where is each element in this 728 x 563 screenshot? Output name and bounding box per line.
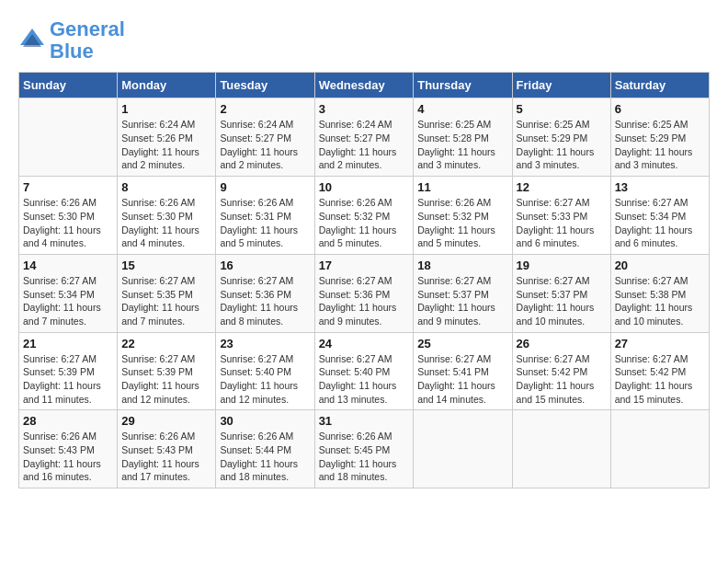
calendar-cell: 17Sunrise: 6:27 AM Sunset: 5:36 PM Dayli… [314, 254, 414, 332]
day-info: Sunrise: 6:27 AM Sunset: 5:41 PM Dayligh… [417, 352, 507, 407]
logo: General Blue [18, 18, 125, 63]
day-info: Sunrise: 6:27 AM Sunset: 5:42 PM Dayligh… [615, 352, 705, 407]
day-info: Sunrise: 6:25 AM Sunset: 5:29 PM Dayligh… [615, 118, 705, 172]
day-number: 25 [417, 337, 507, 350]
calendar-cell [19, 98, 118, 177]
day-number: 7 [23, 180, 113, 194]
day-info: Sunrise: 6:24 AM Sunset: 5:26 PM Dayligh… [121, 118, 211, 172]
day-number: 1 [121, 102, 211, 116]
day-number: 2 [220, 102, 310, 116]
calendar-cell: 21Sunrise: 6:27 AM Sunset: 5:39 PM Dayli… [19, 332, 118, 410]
day-number: 31 [319, 414, 410, 428]
calendar-week-row: 1Sunrise: 6:24 AM Sunset: 5:26 PM Daylig… [19, 98, 710, 177]
calendar-cell [512, 410, 610, 488]
calendar-cell: 30Sunrise: 6:26 AM Sunset: 5:44 PM Dayli… [216, 410, 314, 488]
day-number: 12 [517, 180, 607, 194]
day-number: 27 [615, 337, 705, 350]
day-number: 6 [615, 102, 705, 116]
weekday-header: Monday [118, 73, 216, 98]
logo-text: General Blue [50, 18, 125, 63]
calendar-cell: 28Sunrise: 6:26 AM Sunset: 5:43 PM Dayli… [19, 410, 118, 488]
weekday-header: Thursday [414, 73, 512, 98]
calendar-cell: 13Sunrise: 6:27 AM Sunset: 5:34 PM Dayli… [610, 177, 709, 255]
calendar-body: 1Sunrise: 6:24 AM Sunset: 5:26 PM Daylig… [19, 98, 710, 488]
calendar-cell: 20Sunrise: 6:27 AM Sunset: 5:38 PM Dayli… [610, 254, 709, 332]
day-number: 11 [417, 180, 507, 194]
day-info: Sunrise: 6:27 AM Sunset: 5:42 PM Dayligh… [517, 352, 607, 407]
day-info: Sunrise: 6:27 AM Sunset: 5:36 PM Dayligh… [319, 274, 410, 328]
calendar-cell: 11Sunrise: 6:26 AM Sunset: 5:32 PM Dayli… [414, 177, 512, 255]
calendar-cell: 10Sunrise: 6:26 AM Sunset: 5:32 PM Dayli… [314, 177, 414, 255]
day-info: Sunrise: 6:24 AM Sunset: 5:27 PM Dayligh… [220, 118, 310, 172]
day-number: 26 [517, 337, 607, 350]
day-info: Sunrise: 6:26 AM Sunset: 5:32 PM Dayligh… [319, 196, 410, 250]
day-info: Sunrise: 6:26 AM Sunset: 5:45 PM Dayligh… [319, 430, 410, 484]
day-info: Sunrise: 6:27 AM Sunset: 5:39 PM Dayligh… [23, 352, 113, 407]
day-info: Sunrise: 6:26 AM Sunset: 5:30 PM Dayligh… [121, 196, 211, 250]
day-info: Sunrise: 6:27 AM Sunset: 5:34 PM Dayligh… [615, 196, 705, 250]
day-number: 22 [121, 337, 211, 350]
calendar-cell: 22Sunrise: 6:27 AM Sunset: 5:39 PM Dayli… [118, 332, 216, 410]
calendar-cell: 9Sunrise: 6:26 AM Sunset: 5:31 PM Daylig… [216, 177, 314, 255]
calendar-cell: 27Sunrise: 6:27 AM Sunset: 5:42 PM Dayli… [610, 332, 709, 410]
day-number: 28 [23, 414, 113, 428]
day-number: 21 [23, 337, 113, 350]
calendar-cell: 16Sunrise: 6:27 AM Sunset: 5:36 PM Dayli… [216, 254, 314, 332]
day-number: 24 [319, 337, 410, 350]
calendar-week-row: 28Sunrise: 6:26 AM Sunset: 5:43 PM Dayli… [19, 410, 710, 488]
calendar-cell: 1Sunrise: 6:24 AM Sunset: 5:26 PM Daylig… [118, 98, 216, 177]
logo-icon [18, 27, 46, 54]
calendar-cell: 19Sunrise: 6:27 AM Sunset: 5:37 PM Dayli… [512, 254, 610, 332]
day-number: 17 [319, 259, 410, 272]
day-info: Sunrise: 6:26 AM Sunset: 5:43 PM Dayligh… [121, 430, 211, 484]
day-info: Sunrise: 6:27 AM Sunset: 5:37 PM Dayligh… [417, 274, 507, 328]
day-number: 5 [517, 102, 607, 116]
calendar-cell: 15Sunrise: 6:27 AM Sunset: 5:35 PM Dayli… [118, 254, 216, 332]
day-number: 13 [615, 180, 705, 194]
calendar-week-row: 7Sunrise: 6:26 AM Sunset: 5:30 PM Daylig… [19, 177, 710, 255]
calendar-cell: 4Sunrise: 6:25 AM Sunset: 5:28 PM Daylig… [414, 98, 512, 177]
calendar-cell: 14Sunrise: 6:27 AM Sunset: 5:34 PM Dayli… [19, 254, 118, 332]
weekday-header: Saturday [610, 73, 709, 98]
calendar-cell: 26Sunrise: 6:27 AM Sunset: 5:42 PM Dayli… [512, 332, 610, 410]
calendar-table: SundayMondayTuesdayWednesdayThursdayFrid… [18, 72, 710, 488]
day-info: Sunrise: 6:25 AM Sunset: 5:29 PM Dayligh… [517, 118, 607, 172]
day-info: Sunrise: 6:27 AM Sunset: 5:37 PM Dayligh… [517, 274, 607, 328]
calendar-week-row: 21Sunrise: 6:27 AM Sunset: 5:39 PM Dayli… [19, 332, 710, 410]
day-number: 19 [517, 259, 607, 272]
calendar-cell: 24Sunrise: 6:27 AM Sunset: 5:40 PM Dayli… [314, 332, 414, 410]
day-info: Sunrise: 6:27 AM Sunset: 5:40 PM Dayligh… [319, 352, 410, 407]
day-number: 3 [319, 102, 410, 116]
day-number: 20 [615, 259, 705, 272]
day-info: Sunrise: 6:26 AM Sunset: 5:43 PM Dayligh… [23, 430, 113, 484]
day-number: 10 [319, 180, 410, 194]
day-info: Sunrise: 6:27 AM Sunset: 5:33 PM Dayligh… [517, 196, 607, 250]
day-number: 30 [220, 414, 310, 428]
weekday-header: Wednesday [314, 73, 414, 98]
day-number: 29 [121, 414, 211, 428]
day-number: 9 [220, 180, 310, 194]
calendar-cell: 12Sunrise: 6:27 AM Sunset: 5:33 PM Dayli… [512, 177, 610, 255]
weekday-header: Friday [512, 73, 610, 98]
calendar-cell: 5Sunrise: 6:25 AM Sunset: 5:29 PM Daylig… [512, 98, 610, 177]
day-info: Sunrise: 6:27 AM Sunset: 5:38 PM Dayligh… [615, 274, 705, 328]
calendar-cell [610, 410, 709, 488]
calendar-cell: 25Sunrise: 6:27 AM Sunset: 5:41 PM Dayli… [414, 332, 512, 410]
day-number: 8 [121, 180, 211, 194]
calendar-cell: 2Sunrise: 6:24 AM Sunset: 5:27 PM Daylig… [216, 98, 314, 177]
day-number: 15 [121, 259, 211, 272]
page-header: General Blue [18, 18, 710, 63]
calendar-header: SundayMondayTuesdayWednesdayThursdayFrid… [19, 73, 710, 98]
day-number: 4 [417, 102, 507, 116]
calendar-cell: 3Sunrise: 6:24 AM Sunset: 5:27 PM Daylig… [314, 98, 414, 177]
calendar-cell: 18Sunrise: 6:27 AM Sunset: 5:37 PM Dayli… [414, 254, 512, 332]
weekday-header: Sunday [19, 73, 118, 98]
day-info: Sunrise: 6:25 AM Sunset: 5:28 PM Dayligh… [417, 118, 507, 172]
day-info: Sunrise: 6:26 AM Sunset: 5:31 PM Dayligh… [220, 196, 310, 250]
calendar-week-row: 14Sunrise: 6:27 AM Sunset: 5:34 PM Dayli… [19, 254, 710, 332]
calendar-cell: 8Sunrise: 6:26 AM Sunset: 5:30 PM Daylig… [118, 177, 216, 255]
day-number: 16 [220, 259, 310, 272]
day-info: Sunrise: 6:26 AM Sunset: 5:32 PM Dayligh… [417, 196, 507, 250]
day-number: 14 [23, 259, 113, 272]
calendar-header-row: SundayMondayTuesdayWednesdayThursdayFrid… [19, 73, 710, 98]
